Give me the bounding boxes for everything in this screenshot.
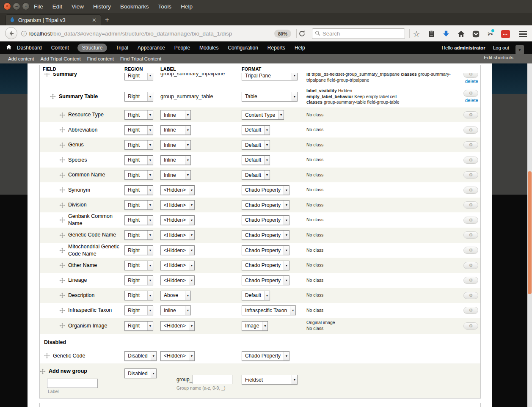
settings-gear-button[interactable]: ⚙ — [463, 157, 478, 164]
label-select[interactable]: <Hidden>▼ — [160, 200, 195, 210]
region-select[interactable]: Right▼ — [124, 291, 153, 300]
menu-item-bookmarks[interactable]: Bookmarks — [118, 3, 151, 11]
edit-shortcuts-link[interactable]: Edit shortcuts — [484, 55, 513, 60]
pocket-icon[interactable] — [471, 30, 480, 38]
window-close-button[interactable]: × — [3, 3, 11, 10]
drag-handle-icon[interactable] — [50, 94, 56, 99]
drag-handle-icon[interactable] — [59, 112, 65, 118]
browser-tab[interactable]: Organism | Tripal v3 ✕ — [6, 14, 101, 25]
settings-gear-button[interactable]: ⚙ — [463, 187, 478, 194]
format-select[interactable]: Default▼ — [242, 140, 270, 150]
settings-gear-button[interactable]: ⚙ — [463, 217, 478, 224]
format-select[interactable]: Default▼ — [242, 155, 270, 165]
label-select[interactable]: <Hidden>▼ — [160, 275, 195, 285]
label-select[interactable]: Inline▼ — [160, 125, 191, 135]
label-select[interactable]: Inline▼ — [160, 155, 191, 165]
back-button[interactable] — [5, 27, 17, 39]
drag-handle-icon[interactable] — [59, 232, 65, 238]
label-select[interactable]: <Hidden>▼ — [160, 185, 195, 195]
settings-gear-button[interactable]: ⚙ — [463, 292, 478, 299]
label-select[interactable]: Inline▼ — [160, 110, 191, 120]
settings-gear-button[interactable]: ⚙ — [463, 201, 478, 209]
toolbar-home-icon[interactable] — [6, 44, 12, 51]
region-select[interactable]: Right▼ — [124, 73, 153, 80]
format-select[interactable]: Chado Property▼ — [242, 200, 289, 210]
toolbar-dropdown-toggle[interactable]: ▼ — [515, 45, 524, 54]
shortcut-link-add-content[interactable]: Add content — [8, 56, 34, 61]
menu-item-view[interactable]: View — [69, 3, 86, 11]
screenshot-scissors-icon[interactable]: ✂ — [486, 30, 495, 38]
format-select[interactable]: Default▼ — [242, 170, 270, 180]
bookmarks-sidebar-icon[interactable] — [427, 30, 436, 38]
zoom-level-badge[interactable]: 80% — [274, 30, 291, 38]
region-select[interactable]: Right▼ — [124, 92, 153, 102]
scrollbar-track[interactable] — [527, 63, 532, 407]
region-select[interactable]: Right▼ — [124, 185, 153, 195]
format-select[interactable]: Chado Property▼ — [242, 230, 289, 240]
label-select[interactable]: Inline▼ — [160, 305, 191, 315]
label-select[interactable]: <Hidden>▼ — [160, 321, 195, 331]
downloads-icon[interactable] — [441, 30, 451, 38]
format-select[interactable]: Chado Property▼ — [242, 185, 289, 195]
toolbar-item-content[interactable]: Content — [50, 44, 70, 52]
password-manager-icon[interactable]: ••• — [501, 30, 510, 38]
drag-handle-icon[interactable] — [59, 292, 65, 298]
format-select[interactable]: Table▼ — [242, 92, 298, 102]
delete-link[interactable]: delete — [465, 98, 478, 103]
delete-link[interactable]: delete — [465, 79, 478, 84]
search-input[interactable] — [323, 30, 402, 37]
format-select[interactable]: Chado Property▼ — [242, 275, 289, 285]
region-select[interactable]: Right▼ — [124, 215, 153, 225]
drag-handle-icon[interactable] — [59, 142, 65, 148]
settings-gear-button[interactable]: ⚙ — [463, 277, 478, 284]
search-box[interactable] — [312, 28, 405, 39]
region-select[interactable]: Right▼ — [124, 245, 153, 255]
label-select[interactable]: <Hidden>▼ — [160, 261, 195, 270]
drag-handle-icon[interactable] — [59, 262, 65, 268]
drag-handle-icon[interactable] — [59, 278, 65, 283]
scrollbar-thumb[interactable] — [528, 171, 532, 294]
settings-gear-button[interactable]: ⚙ — [463, 126, 478, 134]
label-select[interactable]: Above▼ — [160, 291, 191, 300]
format-select[interactable]: Infraspecific Taxon▼ — [242, 305, 296, 315]
window-maximize-button[interactable]: ▫ — [22, 3, 30, 10]
drag-handle-icon[interactable] — [44, 73, 50, 77]
toolbar-item-reports[interactable]: Reports — [267, 44, 286, 52]
new-tab-button[interactable]: + — [105, 16, 109, 23]
format-select[interactable]: Chado Property▼ — [242, 351, 289, 361]
group-label-input[interactable] — [47, 379, 98, 388]
drag-handle-icon[interactable] — [59, 248, 65, 253]
format-select[interactable]: Content Type▼ — [242, 110, 284, 120]
label-select[interactable]: <Hidden>▼ — [160, 351, 195, 361]
menu-item-edit[interactable]: Edit — [50, 3, 64, 11]
region-select[interactable]: Disabled▼ — [124, 351, 157, 361]
tab-close-icon[interactable]: ✕ — [91, 17, 97, 23]
group-machine-name-input[interactable] — [193, 375, 232, 384]
shortcut-link-find-content[interactable]: Find content — [87, 56, 114, 61]
settings-gear-button[interactable]: ⚙ — [463, 231, 478, 239]
label-select[interactable]: Inline▼ — [160, 140, 191, 150]
settings-gear-button[interactable]: ⚙ — [463, 73, 478, 78]
menu-item-tools[interactable]: Tools — [156, 3, 174, 11]
drag-handle-icon[interactable] — [59, 157, 65, 163]
toolbar-item-structure[interactable]: Structure — [77, 44, 108, 52]
settings-gear-button[interactable]: ⚙ — [463, 307, 478, 314]
region-select[interactable]: Right▼ — [124, 155, 153, 165]
format-select[interactable]: Default▼ — [242, 291, 270, 300]
drag-handle-icon[interactable] — [59, 202, 65, 208]
toolbar-item-appearance[interactable]: Appearance — [137, 44, 166, 52]
settings-gear-button[interactable]: ⚙ — [463, 247, 478, 254]
reload-button[interactable] — [298, 30, 306, 38]
settings-gear-button[interactable]: ⚙ — [463, 171, 478, 179]
toolbar-item-configuration[interactable]: Configuration — [227, 44, 259, 52]
region-select[interactable]: Right▼ — [124, 200, 153, 210]
region-select[interactable]: Right▼ — [124, 275, 153, 285]
drag-handle-icon[interactable] — [40, 368, 46, 374]
toolbar-item-modules[interactable]: Modules — [198, 44, 219, 52]
settings-gear-button[interactable]: ⚙ — [463, 111, 478, 118]
toolbar-item-tripal[interactable]: Tripal — [115, 44, 129, 52]
drag-handle-icon[interactable] — [59, 308, 65, 314]
region-select[interactable]: Disabled▼ — [124, 368, 157, 378]
menu-item-help[interactable]: Help — [179, 3, 195, 11]
format-select[interactable]: Chado Property▼ — [242, 245, 289, 255]
